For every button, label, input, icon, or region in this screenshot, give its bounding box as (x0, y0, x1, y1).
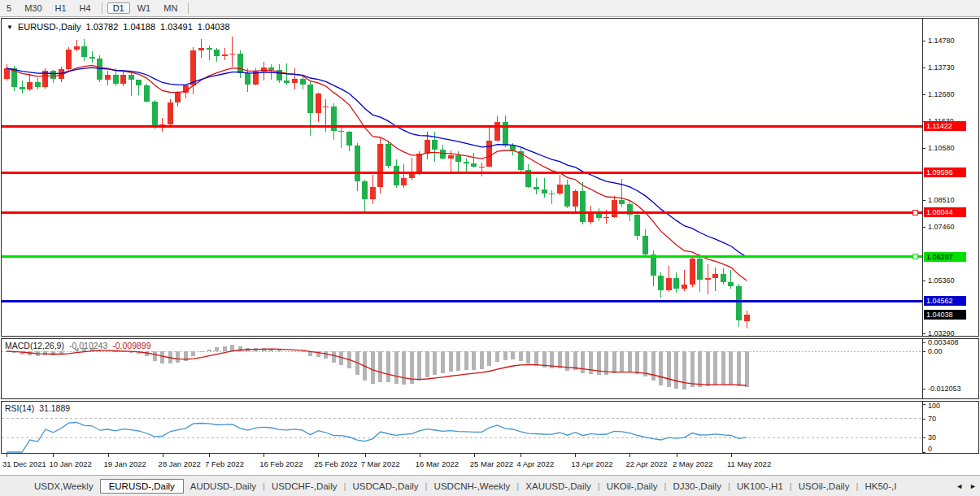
timeframe-button-mn[interactable]: MN (158, 2, 183, 14)
line-handle[interactable] (912, 210, 917, 215)
timeframe-button-h4[interactable]: H4 (74, 2, 97, 14)
macd-bar (620, 351, 624, 372)
time-axis[interactable]: 31 Dec 202110 Jan 202219 Jan 202228 Jan … (0, 454, 980, 475)
macd-tick-label: 0.003408 (928, 338, 959, 346)
candle-body (50, 71, 56, 79)
macd-value: -0.010243 (69, 341, 107, 350)
candle-body (721, 274, 726, 281)
candle-body (20, 87, 25, 90)
macd-bar (698, 351, 702, 387)
tab-item-audusd-daily[interactable]: AUDUSD-,Daily (184, 479, 263, 494)
tab-item-usdcad-daily[interactable]: USDCAD-,Daily (346, 479, 425, 494)
timeframe-button-w1[interactable]: W1 (132, 2, 157, 14)
rsi-line (7, 423, 747, 453)
candle-body (642, 236, 648, 255)
macd-histogram (12, 345, 749, 389)
tab-scroll-left-icon[interactable]: ◄ (956, 482, 963, 490)
macd-bar (495, 351, 499, 362)
tab-item-ukoil-daily[interactable]: UKOil-,Daily (600, 479, 664, 494)
price-tick-mark (922, 41, 926, 41)
candles-layer (4, 37, 750, 328)
macd-tick-label: -0.012053 (928, 385, 961, 393)
date-tick-mark (7, 454, 7, 457)
candle-body (144, 85, 150, 101)
macd-bar (378, 351, 382, 382)
tab-item-usoil-daily[interactable]: USOil-,Daily (792, 479, 856, 494)
candle-body (464, 162, 469, 163)
tab-item-dj30-daily[interactable]: DJ30-,Daily (666, 479, 727, 494)
tab-item-usdcnh-weekly[interactable]: USDCNH-,Weekly (428, 479, 517, 494)
line-handle[interactable] (912, 255, 917, 259)
candle-body (175, 93, 181, 102)
rsi-axis-divider (922, 402, 923, 453)
macd-bar (145, 351, 149, 356)
main-chart-pane[interactable]: ▼ EURUSD-,Daily 1.03782 1.04188 1.03491 … (1, 18, 979, 337)
macd-pane[interactable]: MACD(12,26,9) -0.010243 -0.009899 0.0034… (1, 338, 979, 399)
timeframe-button-h1[interactable]: H1 (50, 2, 72, 14)
macd-bar (713, 351, 717, 385)
toolbar-separator (102, 2, 102, 14)
candle-body (89, 57, 95, 59)
price-tick-label: 1.14780 (928, 37, 955, 45)
date-tick-mark (163, 454, 163, 457)
candle-body (35, 82, 41, 87)
candle-body (338, 131, 344, 132)
rsi-tick-mark (922, 419, 926, 420)
candle-body (198, 48, 204, 50)
tab-item-usdchf-daily[interactable]: USDCHF-,Daily (265, 479, 344, 494)
candle-body (229, 54, 235, 54)
line-price-label: 1.04562 (924, 296, 966, 306)
candle-body (728, 282, 734, 286)
price-tick-label: 1.10580 (928, 144, 955, 152)
candle-body (346, 132, 352, 146)
tab-item-xauusd-daily[interactable]: XAUUSD-,Daily (519, 479, 598, 494)
tab-item-uk100-h1[interactable]: UK100-,H1 (730, 479, 790, 494)
candle-body (580, 191, 586, 222)
candle-body (307, 85, 313, 114)
price-tick-mark (922, 227, 926, 228)
candle-body (697, 259, 703, 280)
date-tick-mark (575, 454, 576, 457)
candle-body (494, 122, 500, 141)
rsi-tick-label: 70 (928, 415, 936, 423)
candle-body (222, 54, 228, 56)
tab-item-eurusd-daily[interactable]: EURUSD-,Daily (100, 479, 184, 494)
chart-tab-bar: USDX,WeeklyEURUSD-,DailyAUDUSD-,Daily|US… (0, 475, 980, 496)
date-tick-label: 25 Feb 2022 (314, 459, 357, 468)
candle-body (284, 80, 290, 83)
macd-bar (43, 351, 47, 355)
timeframe-button-5[interactable]: 5 (1, 2, 17, 14)
macd-bar (425, 351, 429, 377)
macd-bar (402, 351, 406, 385)
macd-bar (371, 351, 375, 384)
rsi-label: RSI(14) 31.1889 (5, 403, 70, 413)
candle-body (448, 155, 454, 159)
candle-body (323, 107, 329, 107)
date-tick-mark (520, 454, 521, 457)
macd-bar (526, 351, 530, 363)
timeframe-button-d1[interactable]: D1 (107, 2, 130, 14)
macd-bar (456, 351, 460, 371)
tab-scroll-right-icon[interactable]: ► (969, 482, 977, 490)
macd-bar (651, 351, 656, 381)
macd-bar (207, 350, 211, 351)
symbol-dropdown-icon[interactable]: ▼ (7, 24, 13, 31)
price-tick-mark (922, 281, 926, 281)
candle-body (81, 46, 87, 57)
candle-body (440, 150, 446, 159)
timeframe-button-m30[interactable]: M30 (19, 2, 47, 14)
rsi-tick-label: 100 (928, 402, 940, 410)
date-tick-mark (731, 454, 732, 457)
tab-item-hk50-i[interactable]: HK50-,I (858, 479, 903, 494)
macd-bar (394, 351, 399, 384)
rsi-pane[interactable]: RSI(14) 31.1889 10070300 (1, 401, 979, 454)
rsi-tick-label: 30 (928, 433, 936, 442)
line-price-label: 1.06297 (924, 252, 966, 262)
macd-bar (612, 351, 616, 373)
candle-body (401, 178, 407, 185)
rsi-tick-mark (922, 404, 926, 405)
candle-body (432, 140, 438, 150)
tab-item-usdx-weekly[interactable]: USDX,Weekly (28, 479, 100, 494)
candle-body (316, 94, 321, 113)
candle-body (152, 102, 158, 126)
